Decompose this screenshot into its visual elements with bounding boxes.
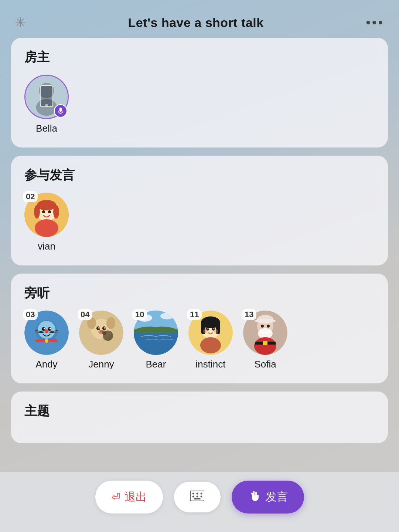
host-card: 房主: [11, 38, 388, 148]
svg-point-9: [53, 205, 59, 218]
svg-point-10: [42, 210, 45, 213]
svg-point-62: [267, 325, 270, 328]
listener-bear[interactable]: 10 Bear: [134, 311, 178, 370]
listeners-section-title: 旁听: [24, 285, 375, 302]
speakers-card: 参与发言: [11, 156, 388, 265]
svg-point-19: [50, 328, 51, 329]
jenny-name: Jenny: [88, 359, 114, 370]
listener-andy[interactable]: 03 Andy: [24, 311, 69, 370]
bear-number-badge: 10: [132, 309, 147, 320]
listeners-card: 旁听: [11, 274, 388, 383]
svg-point-64: [254, 337, 276, 355]
instinct-name: instinct: [196, 359, 226, 370]
svg-rect-3: [40, 86, 53, 107]
scrollable-content: 房主: [11, 38, 388, 532]
header: ✳ Let's have a short talk •••: [11, 0, 388, 38]
vian-avatar-wrapper: 02: [24, 193, 69, 237]
svg-point-12: [35, 219, 58, 237]
speaker-vian[interactable]: 02 vian: [24, 193, 69, 252]
vian-number-badge: 02: [23, 191, 38, 202]
svg-rect-66: [263, 341, 267, 345]
jenny-number-badge: 04: [78, 309, 92, 320]
svg-point-20: [45, 329, 48, 333]
page-title: Let's have a short talk: [128, 16, 263, 30]
svg-point-44: [160, 313, 174, 319]
svg-point-34: [104, 327, 106, 329]
sofia-name: Sofia: [254, 359, 276, 370]
back-icon[interactable]: ✳: [15, 15, 26, 30]
svg-point-30: [106, 317, 115, 329]
svg-point-60: [255, 319, 276, 323]
svg-point-52: [208, 328, 209, 329]
listener-instinct[interactable]: 11 instinct: [188, 311, 233, 370]
svg-point-56: [200, 337, 221, 353]
host-bella[interactable]: Bella: [24, 75, 69, 134]
svg-point-55: [214, 329, 218, 333]
svg-point-33: [98, 327, 100, 329]
svg-point-63: [258, 328, 273, 339]
speakers-section-title: 参与发言: [24, 167, 375, 184]
svg-point-7: [37, 200, 56, 210]
host-avatar-grid: Bella: [24, 75, 375, 134]
jenny-avatar-wrapper: 04: [79, 311, 123, 355]
listener-jenny[interactable]: 04 Jenny: [79, 311, 123, 370]
speaking-indicator: [54, 104, 67, 118]
svg-point-61: [261, 325, 264, 328]
instinct-avatar-wrapper: 11: [188, 311, 233, 355]
bear-avatar-wrapper: 10: [134, 311, 178, 355]
host-section-title: 房主: [24, 49, 375, 66]
bella-name: Bella: [36, 123, 57, 134]
svg-point-8: [34, 205, 40, 218]
more-icon[interactable]: •••: [366, 15, 384, 30]
listener-sofia[interactable]: 13 Sofia: [243, 311, 287, 370]
sofia-avatar-wrapper: 13: [243, 311, 287, 355]
andy-name: Andy: [35, 359, 57, 370]
bella-avatar-wrapper: [24, 75, 69, 119]
svg-point-38: [102, 331, 106, 335]
listeners-avatar-grid: 03 Andy: [24, 311, 375, 370]
speakers-avatar-grid: 02 vian: [24, 193, 375, 252]
topic-card: 主题: [11, 392, 388, 443]
instinct-number-badge: 11: [187, 309, 202, 320]
andy-number-badge: 03: [23, 309, 38, 320]
andy-avatar-wrapper: 03: [24, 311, 69, 355]
bear-name: Bear: [146, 359, 166, 370]
topic-section-title: 主题: [24, 403, 375, 420]
svg-point-26: [45, 339, 48, 343]
svg-point-53: [214, 328, 215, 329]
svg-point-18: [44, 328, 45, 329]
sofia-number-badge: 13: [242, 309, 256, 320]
svg-point-54: [203, 329, 208, 333]
svg-point-4: [45, 104, 48, 107]
vian-name: vian: [38, 241, 55, 252]
svg-point-11: [48, 210, 51, 213]
